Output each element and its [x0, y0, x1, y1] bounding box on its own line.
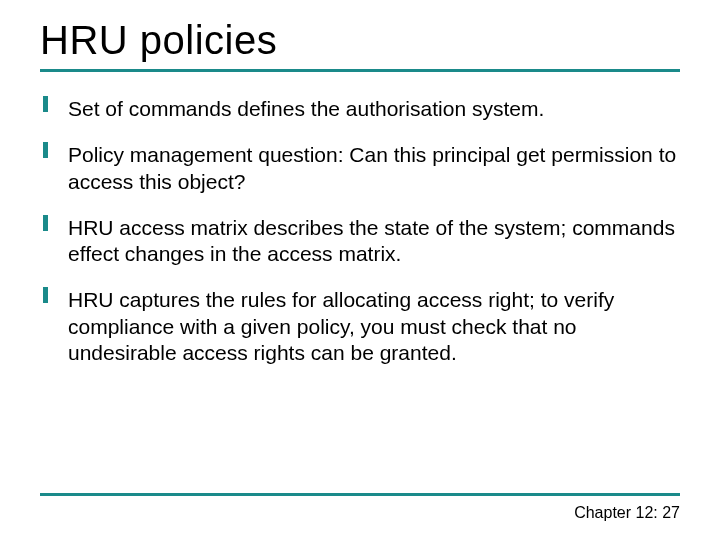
bullet-icon [40, 213, 54, 227]
list-item: HRU captures the rules for allocating ac… [40, 287, 680, 366]
bullet-icon [40, 94, 54, 108]
bullet-text: Set of commands defines the authorisatio… [68, 97, 544, 120]
list-item: HRU access matrix describes the state of… [40, 215, 680, 268]
bullet-icon [40, 140, 54, 154]
bullet-text: HRU access matrix describes the state of… [68, 216, 675, 265]
slide: HRU policies Set of commands defines the… [0, 0, 720, 540]
page-title: HRU policies [40, 18, 680, 63]
footer-text: Chapter 12: 27 [574, 504, 680, 522]
title-underline [40, 69, 680, 72]
bullet-icon [40, 285, 54, 299]
footer-underline [40, 493, 680, 496]
list-item: Policy management question: Can this pri… [40, 142, 680, 195]
bullet-text: HRU captures the rules for allocating ac… [68, 288, 614, 364]
bullet-text: Policy management question: Can this pri… [68, 143, 676, 192]
bullet-list: Set of commands defines the authorisatio… [40, 96, 680, 366]
list-item: Set of commands defines the authorisatio… [40, 96, 680, 122]
